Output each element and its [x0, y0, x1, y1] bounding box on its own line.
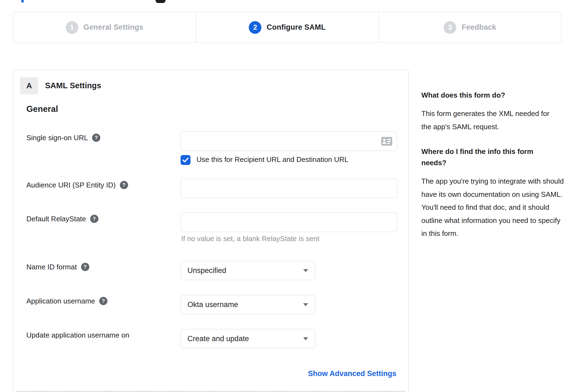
step-configure-saml[interactable]: 2 Configure SAML — [196, 12, 378, 43]
sso-url-input-wrap — [181, 131, 397, 151]
show-advanced-settings-link[interactable]: Show Advanced Settings — [308, 369, 396, 378]
audience-uri-label-row: Audience URI (SP Entity ID) ? — [26, 180, 128, 190]
step-general-settings[interactable]: 1 General Settings — [13, 12, 196, 43]
help-body-where: The app you're trying to integrate with … — [421, 175, 564, 240]
audience-uri-input[interactable] — [181, 179, 397, 198]
name-id-format-label: Name ID format — [26, 263, 77, 271]
sso-url-input[interactable] — [181, 131, 397, 151]
saml-settings-panel: A SAML Settings General Single sign-on U… — [13, 70, 409, 392]
update-application-username-selected-value: Create and update — [187, 335, 249, 343]
name-id-format-label-row: Name ID format ? — [26, 262, 89, 272]
default-relaystate-label: Default RelayState — [26, 215, 86, 223]
step-1-label: General Settings — [84, 23, 143, 32]
default-relaystate-help-icon[interactable]: ? — [90, 215, 98, 223]
default-relaystate-label-row: Default RelayState ? — [26, 214, 98, 223]
update-application-username-label-row: Update application username on — [26, 330, 129, 340]
application-username-selected-value: Okta username — [187, 300, 238, 309]
clipped-title-fragment-blue — [21, 0, 24, 2]
section-a-badge: A — [20, 77, 38, 94]
step-2-number-badge: 2 — [249, 21, 261, 34]
help-heading-what: What does this form do? — [421, 90, 559, 101]
help-body-what: This form generates the XML needed for t… — [421, 107, 551, 133]
wizard-stepper: 1 General Settings 2 Configure SAML 3 Fe… — [13, 12, 562, 43]
audience-uri-label: Audience URI (SP Entity ID) — [26, 181, 116, 189]
step-2-label: Configure SAML — [267, 23, 325, 32]
help-panel: What does this form do? This form genera… — [421, 90, 564, 253]
audience-uri-help-icon[interactable]: ? — [120, 181, 128, 189]
application-username-help-icon[interactable]: ? — [99, 297, 107, 305]
update-application-username-select[interactable]: Create and update — [181, 329, 315, 348]
step-3-number-badge: 3 — [444, 21, 456, 34]
chevron-down-icon — [303, 337, 308, 340]
default-relaystate-input[interactable] — [181, 212, 397, 232]
step-1-number-badge: 1 — [66, 21, 78, 34]
recipient-destination-checkbox-label: Use this for Recipient URL and Destinati… — [197, 155, 349, 164]
chevron-down-icon — [303, 269, 308, 272]
update-application-username-label: Update application username on — [26, 331, 129, 339]
clipped-title-fragment-dark — [156, 0, 165, 3]
name-id-format-select[interactable]: Unspecified — [181, 261, 315, 280]
default-relaystate-helper-text: If no value is set, a blank RelayState i… — [181, 234, 319, 243]
step-3-label: Feedback — [461, 23, 496, 32]
step-feedback[interactable]: 3 Feedback — [378, 12, 561, 43]
section-dashed-divider — [17, 391, 405, 392]
name-id-format-selected-value: Unspecified — [187, 266, 226, 275]
checkmark-icon — [182, 157, 189, 163]
application-username-select[interactable]: Okta username — [181, 295, 315, 314]
sso-url-label-row: Single sign-on URL ? — [26, 133, 100, 142]
sso-url-help-icon[interactable]: ? — [92, 134, 100, 142]
sso-url-label: Single sign-on URL — [26, 134, 88, 142]
panel-title: SAML Settings — [45, 81, 101, 90]
general-section-heading: General — [26, 104, 58, 114]
application-username-label: Application username — [26, 297, 95, 305]
chevron-down-icon — [303, 303, 308, 306]
application-username-label-row: Application username ? — [26, 296, 107, 306]
name-id-format-help-icon[interactable]: ? — [81, 263, 89, 271]
help-heading-where: Where do I find the info this form needs… — [421, 146, 559, 168]
recipient-destination-checkbox[interactable] — [181, 155, 190, 165]
